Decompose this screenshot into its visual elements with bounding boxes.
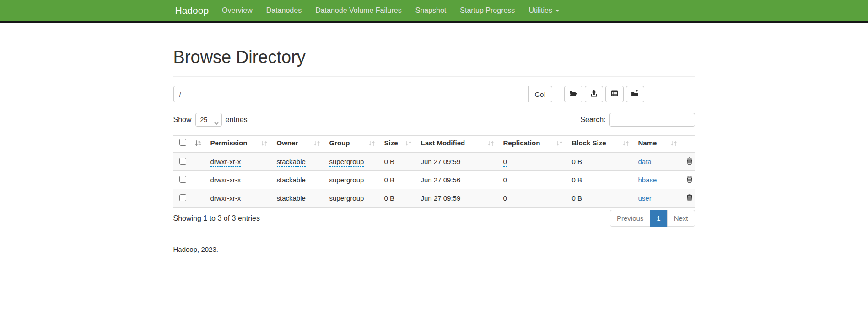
utilities-label: Utilities: [528, 6, 552, 15]
pagination-page-1[interactable]: 1: [650, 210, 667, 227]
move-file-button[interactable]: [626, 86, 644, 102]
replication-header-label: Replication: [503, 139, 540, 147]
page-title: Browse Directory: [173, 48, 695, 67]
block-size-value: 0 B: [572, 158, 582, 165]
nav-item-snapshot[interactable]: Snapshot: [409, 6, 453, 15]
sort-both-icon: [405, 140, 412, 148]
directory-link-data[interactable]: data: [638, 158, 652, 165]
title-divider: [173, 76, 695, 77]
permission-header-label: Permission: [210, 139, 248, 147]
file-list-button[interactable]: [605, 86, 624, 102]
upload-icon: [590, 90, 598, 99]
nav-item-datanodes[interactable]: Datanodes: [259, 6, 308, 15]
sort-both-icon: [622, 140, 629, 148]
replication-editable[interactable]: 0: [503, 194, 507, 203]
row-checkbox[interactable]: [179, 194, 186, 201]
sort-both-icon: [670, 140, 677, 148]
size-value: 0 B: [384, 176, 395, 184]
nav-item-datanode-volume-failures[interactable]: Datanode Volume Failures: [308, 6, 409, 15]
sort-both-icon: [261, 140, 268, 148]
column-header-last-modified[interactable]: Last Modified: [416, 136, 499, 153]
nav-item-startup-progress[interactable]: Startup Progress: [453, 6, 522, 15]
table-footer: Showing 1 to 3 of 3 entries Previous 1 N…: [173, 210, 695, 227]
path-bar: Go!: [173, 86, 695, 102]
column-header-replication[interactable]: Replication: [499, 136, 567, 153]
group-editable[interactable]: supergroup: [329, 194, 364, 203]
size-value: 0 B: [384, 194, 395, 202]
column-header-name[interactable]: Name: [634, 136, 682, 153]
upload-file-button[interactable]: [585, 86, 603, 102]
brand-hadoop[interactable]: Hadoop: [173, 5, 216, 16]
directory-link-hbase[interactable]: hbase: [638, 176, 657, 184]
table-row: drwxr-xr-x stackable supergroup 0 B Jun …: [173, 152, 695, 171]
sort-both-icon: [368, 140, 375, 148]
navbar-container: Hadoop Overview Datanodes Datanode Volum…: [173, 0, 695, 21]
entries-select-wrap: 25: [195, 113, 222, 127]
name-header-label: Name: [638, 139, 657, 147]
delete-button[interactable]: [686, 194, 693, 202]
search-input[interactable]: [609, 113, 695, 127]
permission-editable[interactable]: drwxr-xr-x: [210, 194, 241, 203]
owner-editable[interactable]: stackable: [277, 158, 306, 167]
group-editable[interactable]: supergroup: [329, 176, 364, 185]
footer-text: Hadoop, 2023.: [173, 245, 695, 253]
column-header-block-size[interactable]: Block Size: [567, 136, 634, 153]
length-control: Show 25 entries: [173, 113, 248, 127]
sort-ascending-icon: [194, 140, 201, 148]
row-checkbox[interactable]: [179, 158, 186, 165]
delete-button[interactable]: [686, 157, 693, 166]
entries-per-page-select[interactable]: 25: [195, 113, 222, 127]
row-checkbox[interactable]: [179, 176, 186, 183]
select-all-header[interactable]: [173, 136, 206, 153]
column-header-owner[interactable]: Owner: [272, 136, 325, 153]
main-content: Browse Directory Go!: [173, 48, 695, 253]
sort-both-icon: [487, 140, 494, 148]
directory-link-user[interactable]: user: [638, 194, 652, 202]
owner-header-label: Owner: [277, 139, 298, 147]
owner-editable[interactable]: stackable: [277, 176, 306, 185]
group-header-label: Group: [329, 139, 350, 147]
block-size-value: 0 B: [572, 176, 582, 184]
list-alt-icon: [610, 90, 619, 99]
nav-item-overview[interactable]: Overview: [215, 6, 259, 15]
block-size-value: 0 B: [572, 194, 582, 202]
trash-icon: [686, 176, 693, 184]
table-row: drwxr-xr-x stackable supergroup 0 B Jun …: [173, 171, 695, 189]
replication-editable[interactable]: 0: [503, 158, 507, 167]
table-controls: Show 25 entries Search:: [173, 113, 695, 127]
go-button[interactable]: Go!: [528, 86, 552, 102]
block-size-header-label: Block Size: [572, 139, 606, 147]
size-value: 0 B: [384, 158, 395, 165]
last-modified-value: Jun 27 09:56: [421, 176, 461, 184]
permission-editable[interactable]: drwxr-xr-x: [210, 176, 241, 185]
directory-path-input[interactable]: [173, 86, 529, 102]
file-toolbar: [564, 86, 644, 102]
delete-button[interactable]: [686, 176, 693, 184]
pagination-next[interactable]: Next: [667, 210, 695, 227]
column-header-permission[interactable]: Permission: [206, 136, 272, 153]
table-info: Showing 1 to 3 of 3 entries: [173, 214, 260, 223]
caret-down-icon: [555, 10, 559, 12]
pagination-previous[interactable]: Previous: [610, 210, 650, 227]
group-editable[interactable]: supergroup: [329, 158, 364, 167]
size-header-label: Size: [384, 139, 398, 147]
search-control: Search:: [580, 113, 695, 127]
search-label: Search:: [580, 116, 605, 124]
nav-dropdown-utilities[interactable]: Utilities: [522, 6, 566, 15]
column-header-size[interactable]: Size: [380, 136, 416, 153]
column-header-group[interactable]: Group: [325, 136, 380, 153]
trash-icon: [686, 194, 693, 202]
permission-editable[interactable]: drwxr-xr-x: [210, 158, 241, 167]
owner-editable[interactable]: stackable: [277, 194, 306, 203]
pagination: Previous 1 Next: [610, 210, 695, 227]
folder-export-icon: [631, 90, 639, 99]
trash-icon: [686, 157, 693, 166]
show-label: Show: [173, 116, 192, 124]
sort-both-icon: [313, 140, 320, 148]
last-modified-value: Jun 27 09:59: [421, 194, 461, 202]
column-header-actions: [682, 136, 695, 153]
replication-editable[interactable]: 0: [503, 176, 507, 185]
select-all-checkbox[interactable]: [179, 139, 186, 146]
create-directory-button[interactable]: [564, 86, 582, 102]
top-navbar: Hadoop Overview Datanodes Datanode Volum…: [0, 0, 868, 23]
